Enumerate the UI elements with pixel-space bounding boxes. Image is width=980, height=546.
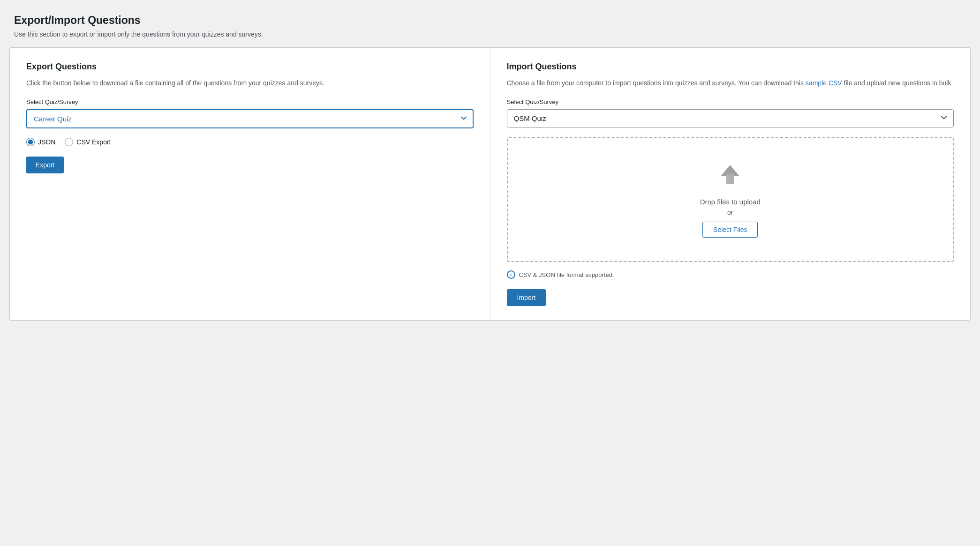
export-quiz-select[interactable]: Career QuizQSM QuizSample Survey: [26, 109, 474, 128]
radio-json-label[interactable]: JSON: [26, 138, 55, 146]
info-icon: i: [507, 270, 515, 279]
import-description-before: Choose a file from your computer to impo…: [507, 79, 806, 87]
file-dropzone[interactable]: Drop files to upload or Select Files: [507, 137, 954, 262]
page-title: Export/Import Questions: [14, 14, 966, 27]
radio-json-input[interactable]: [26, 138, 35, 146]
export-description: Click the button below to download a fil…: [26, 78, 474, 88]
sample-csv-link[interactable]: sample CSV: [806, 79, 844, 87]
import-field-label: Select Quiz/Survey: [507, 98, 954, 105]
main-card: Export Questions Click the button below …: [9, 47, 971, 321]
file-format-text: CSV & JSON file format supported.: [519, 271, 614, 278]
drop-text: Drop files to upload: [700, 198, 761, 206]
export-section-title: Export Questions: [26, 62, 474, 72]
export-section: Export Questions Click the button below …: [10, 48, 490, 320]
import-description: Choose a file from your computer to impo…: [507, 78, 954, 88]
page-description: Use this section to export or import onl…: [14, 30, 966, 38]
import-quiz-select[interactable]: QSM QuizCareer QuizSample Survey: [507, 109, 954, 127]
file-format-note: i CSV & JSON file format supported.: [507, 270, 954, 279]
radio-json-text: JSON: [38, 138, 55, 146]
export-quiz-select-wrapper: Career QuizQSM QuizSample Survey: [26, 109, 474, 128]
export-field-label: Select Quiz/Survey: [26, 98, 474, 105]
upload-icon: [716, 161, 744, 191]
export-button[interactable]: Export: [26, 157, 64, 173]
import-quiz-select-wrapper: QSM QuizCareer QuizSample Survey: [507, 109, 954, 127]
radio-csv-label[interactable]: CSV Export: [65, 138, 111, 146]
radio-csv-text: CSV Export: [76, 138, 111, 146]
select-files-button[interactable]: Select Files: [702, 222, 758, 238]
export-format-group: JSON CSV Export: [26, 138, 474, 146]
drop-or: or: [727, 209, 733, 216]
import-button[interactable]: Import: [507, 289, 546, 306]
radio-csv-input[interactable]: [65, 138, 73, 146]
import-description-after: file and upload new questions in bulk.: [844, 79, 953, 87]
import-section: Import Questions Choose a file from your…: [490, 48, 971, 320]
import-section-title: Import Questions: [507, 62, 954, 72]
svg-rect-0: [726, 174, 734, 184]
page-header: Export/Import Questions Use this section…: [9, 14, 971, 38]
